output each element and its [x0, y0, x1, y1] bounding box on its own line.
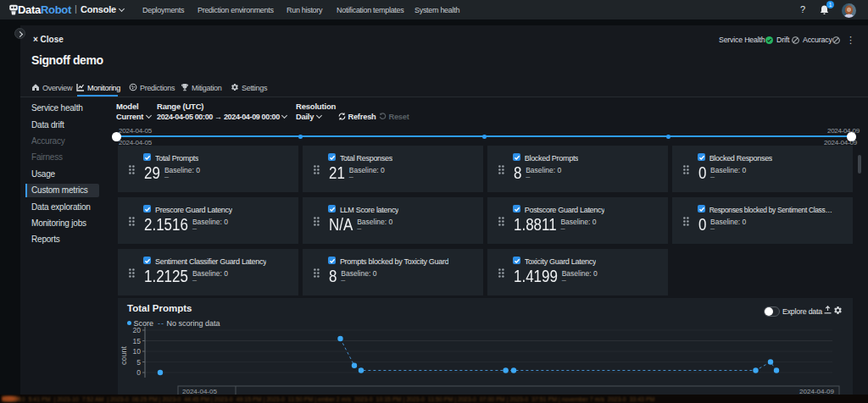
svg-text:2024-04-09: 2024-04-09 — [799, 388, 834, 395]
svg-text:15: 15 — [133, 337, 142, 345]
svg-text:20: 20 — [133, 327, 142, 334]
svg-text:5: 5 — [136, 358, 141, 367]
svg-text:10: 10 — [133, 347, 142, 356]
svg-text:count: count — [120, 345, 128, 365]
svg-text:0: 0 — [136, 368, 141, 377]
svg-text:2024-04-05: 2024-04-05 — [182, 388, 217, 395]
